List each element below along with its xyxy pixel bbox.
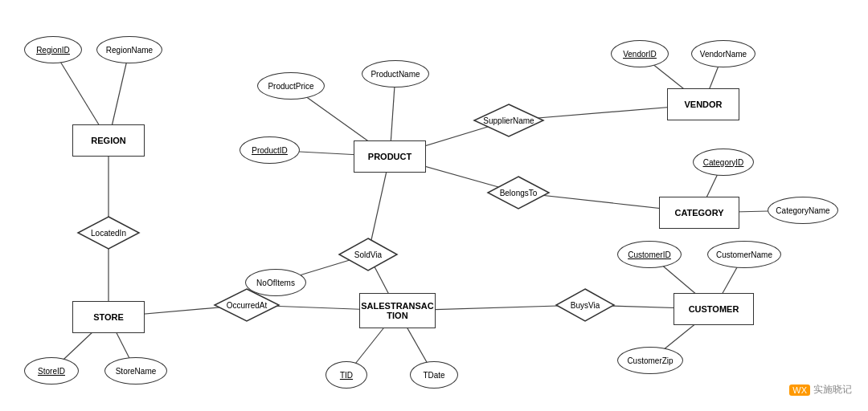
attr-customername: CustomerName — [707, 241, 781, 268]
attr-productname: ProductName — [362, 60, 429, 87]
attr-customerid: CustomerID — [617, 241, 682, 268]
entity-salestransaction: SALESTRANSACTION — [359, 293, 436, 328]
rel-locatedin: LocatedIn — [76, 215, 141, 250]
watermark: WX实施晓记 — [789, 383, 852, 397]
attr-tdate: TDate — [410, 361, 458, 389]
er-diagram: REGIONSTOREPRODUCTVENDORCATEGORYSALESTRA… — [0, 0, 868, 411]
entity-product: PRODUCT — [354, 140, 426, 173]
attr-storeid: StoreID — [24, 357, 79, 385]
entity-vendor: VENDOR — [667, 88, 739, 120]
rel-suppliername: SupplierName — [473, 103, 545, 138]
attr-tid: TID — [326, 361, 367, 389]
entity-region: REGION — [72, 124, 145, 157]
attr-categoryid: CategoryID — [693, 149, 754, 176]
attr-categoryname: CategoryName — [768, 197, 838, 224]
attr-productid: ProductID — [240, 136, 300, 164]
rel-occurredat: OccurredAt — [213, 287, 280, 323]
attr-storename: StoreName — [104, 357, 167, 385]
attr-regionid: RegionID — [24, 36, 82, 63]
attr-productprice: ProductPrice — [257, 72, 325, 100]
entity-store: STORE — [72, 301, 145, 333]
attr-regionname: RegionName — [96, 36, 162, 63]
rel-belongsto: BelongsTo — [486, 175, 551, 210]
rel-buysvia: BuysVia — [555, 287, 616, 323]
attr-vendorname: VendorName — [691, 40, 755, 67]
entity-customer: CUSTOMER — [674, 293, 754, 325]
attr-customerzip: CustomerZip — [617, 347, 683, 374]
attr-vendorid: VendorID — [611, 40, 669, 67]
entity-category: CATEGORY — [659, 197, 739, 229]
rel-soldvia: SoldVia — [338, 237, 399, 272]
